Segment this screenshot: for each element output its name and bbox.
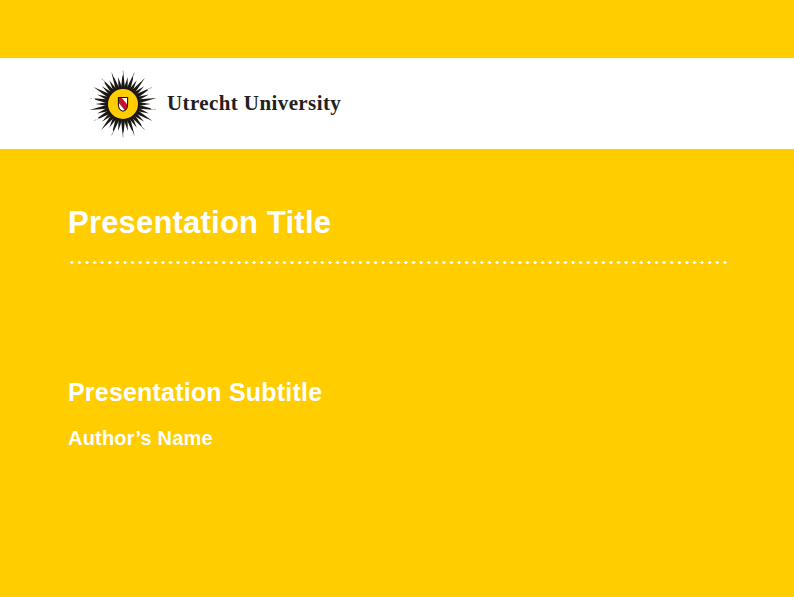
slide-canvas: Utrecht University Presentation Title Pr… xyxy=(0,0,794,597)
author-name: Author’s Name xyxy=(68,427,213,450)
shield-icon xyxy=(118,97,129,111)
top-yellow-band xyxy=(0,0,794,58)
utrecht-sun-emblem-icon xyxy=(88,69,158,139)
dotted-divider xyxy=(68,259,730,266)
university-wordmark: Utrecht University xyxy=(167,91,341,116)
presentation-subtitle: Presentation Subtitle xyxy=(68,378,322,407)
university-logo: Utrecht University xyxy=(88,58,341,149)
presentation-title: Presentation Title xyxy=(68,205,331,241)
